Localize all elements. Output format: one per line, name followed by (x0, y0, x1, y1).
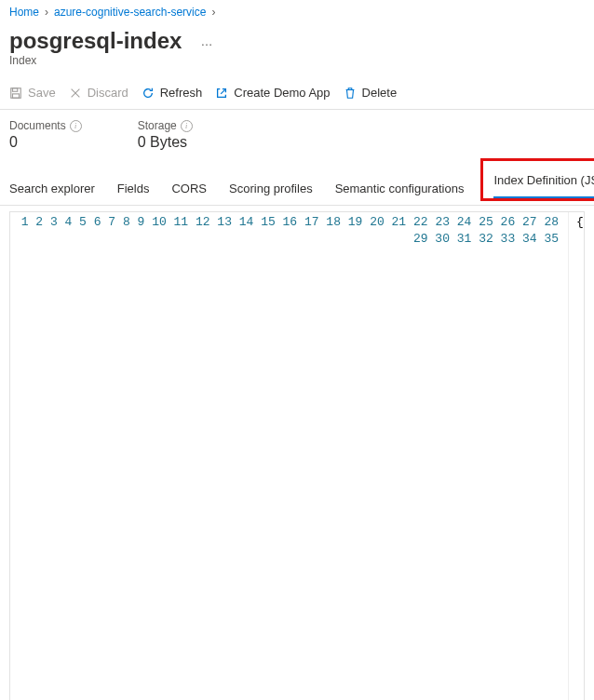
save-button[interactable]: Save (9, 86, 56, 100)
save-icon (9, 87, 22, 100)
stat-storage: Storage i 0 Bytes (138, 119, 193, 151)
storage-value: 0 Bytes (138, 134, 193, 151)
svg-rect-2 (13, 93, 20, 97)
tab-semantic-config[interactable]: Semantic configurations (335, 176, 465, 205)
tab-search-explorer[interactable]: Search explorer (9, 176, 95, 205)
stats-row: Documents i 0 Storage i 0 Bytes (0, 110, 594, 166)
save-label: Save (28, 86, 56, 100)
page-subtitle: Index (0, 54, 594, 80)
stat-documents: Documents i 0 (9, 119, 82, 151)
trash-icon (344, 87, 357, 100)
delete-button[interactable]: Delete (344, 86, 398, 100)
documents-value: 0 (9, 134, 82, 151)
code-area[interactable]: { "name": "posgresql-index", "fields": [… (569, 212, 584, 700)
chevron-right-icon: › (211, 6, 215, 19)
svg-rect-1 (13, 88, 18, 91)
breadcrumb: Home › azure-cognitive-search-service › (0, 0, 594, 24)
external-link-icon (215, 87, 228, 100)
refresh-label: Refresh (160, 86, 203, 100)
page-title: posgresql-index (9, 28, 182, 54)
tab-fields[interactable]: Fields (117, 176, 150, 205)
refresh-button[interactable]: Refresh (142, 86, 203, 100)
toolbar: Save Discard Refresh Create Demo App Del… (0, 80, 594, 110)
documents-label: Documents (9, 119, 66, 132)
delete-label: Delete (362, 86, 398, 100)
info-icon[interactable]: i (70, 120, 82, 132)
discard-button[interactable]: Discard (69, 86, 128, 100)
breadcrumb-home[interactable]: Home (9, 6, 39, 19)
tab-cors[interactable]: CORS (171, 176, 207, 205)
tab-bar: Search explorer Fields CORS Scoring prof… (0, 166, 594, 206)
discard-label: Discard (88, 86, 128, 100)
json-editor[interactable]: 1 2 3 4 5 6 7 8 9 10 11 12 13 14 15 16 1… (9, 211, 585, 700)
refresh-icon (142, 87, 155, 100)
close-icon (69, 87, 82, 100)
demo-label: Create Demo App (234, 86, 330, 100)
breadcrumb-service[interactable]: azure-cognitive-search-service (54, 6, 206, 19)
tab-index-definition[interactable]: Index Definition (JSON) (493, 168, 594, 198)
info-icon[interactable]: i (181, 120, 193, 132)
more-icon[interactable]: … (200, 34, 213, 48)
storage-label: Storage (138, 119, 177, 132)
tab-scoring-profiles[interactable]: Scoring profiles (229, 176, 313, 205)
create-demo-button[interactable]: Create Demo App (215, 86, 330, 100)
chevron-right-icon: › (45, 6, 48, 19)
line-gutter: 1 2 3 4 5 6 7 8 9 10 11 12 13 14 15 16 1… (10, 212, 569, 700)
